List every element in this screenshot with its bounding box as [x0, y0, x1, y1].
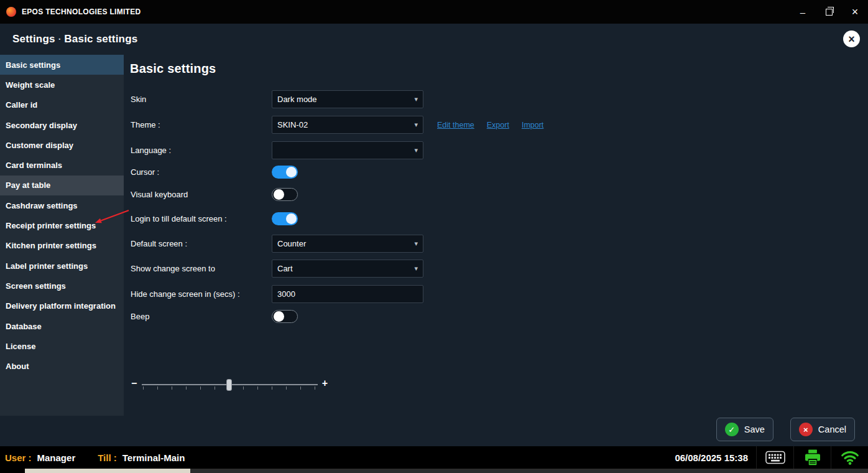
breadcrumb-settings: Settings — [12, 33, 55, 45]
field-row-hide-change-screen: Hide change screen in (secs) : — [131, 285, 423, 303]
visual-keyboard-label: Visual keyboard — [131, 190, 272, 199]
sidebar-item-database[interactable]: Database — [0, 316, 124, 336]
background-window-dark — [0, 469, 25, 473]
status-left: User : Manager Till : Terminal-Main — [0, 452, 185, 463]
keyboard-icon — [765, 451, 785, 464]
default-screen-select[interactable]: Counter ▾ — [272, 235, 423, 253]
minimize-icon: – — [800, 7, 805, 17]
chevron-down-icon: ▾ — [414, 121, 418, 129]
field-row-show-change-screen: Show change screen to Cart ▾ — [131, 260, 423, 278]
save-button[interactable]: ✓ Save — [716, 418, 773, 441]
chevron-down-icon: ▾ — [414, 265, 418, 273]
skin-select[interactable]: Dark mode ▾ — [272, 90, 423, 108]
default-screen-label: Default screen : — [131, 239, 272, 248]
language-label: Language : — [131, 146, 272, 155]
cancel-button-label: Cancel — [818, 424, 846, 434]
slider-plus-button[interactable]: + — [322, 378, 328, 389]
slider-handle[interactable] — [226, 379, 232, 391]
sidebar-item-about[interactable]: About — [0, 356, 124, 376]
hide-change-screen-input[interactable] — [272, 285, 423, 303]
sidebar-item-customer-display[interactable]: Customer display — [0, 135, 124, 155]
printer-status-button[interactable] — [793, 446, 831, 469]
chevron-down-icon: ▾ — [414, 240, 418, 248]
field-row-skin: Skin Dark mode ▾ — [131, 90, 423, 108]
theme-select-value: SKIN-02 — [277, 120, 308, 129]
cursor-toggle[interactable] — [272, 166, 298, 179]
toggle-knob — [274, 189, 284, 200]
sidebar-item-license[interactable]: License — [0, 336, 124, 356]
field-row-visual-keyboard: Visual keyboard — [131, 188, 298, 201]
login-default-screen-toggle[interactable] — [272, 212, 298, 225]
user-label: User : — [5, 452, 32, 463]
sidebar-item-weight-scale[interactable]: Weight scale — [0, 75, 124, 95]
field-row-language: Language : ▾ — [131, 141, 423, 159]
sidebar-item-label-printer-settings[interactable]: Label printer settings — [0, 256, 124, 276]
sidebar-item-basic-settings[interactable]: Basic settings — [0, 55, 124, 75]
beep-toggle[interactable] — [272, 310, 298, 323]
keyboard-button[interactable] — [756, 446, 793, 469]
sidebar-item-caller-id[interactable]: Caller id — [0, 95, 124, 115]
app-logo-icon — [6, 7, 16, 17]
zoom-slider: − + — [131, 377, 328, 393]
toggle-knob — [286, 213, 297, 224]
action-buttons: ✓ Save × Cancel — [716, 418, 855, 441]
page-header: Settings · Basic settings × — [0, 24, 868, 55]
slider-minus-button[interactable]: − — [131, 378, 137, 389]
chevron-down-icon: ▾ — [414, 146, 418, 154]
save-button-label: Save — [744, 424, 765, 434]
header-close-button[interactable]: × — [843, 30, 860, 47]
edit-theme-link[interactable]: Edit theme — [437, 121, 474, 129]
sidebar-item-delivery-platform-integration[interactable]: Delivery platform integration — [0, 296, 124, 316]
status-bar: User : Manager Till : Terminal-Main 06/0… — [0, 446, 868, 469]
beep-label: Beep — [131, 312, 272, 321]
cancel-button[interactable]: × Cancel — [790, 418, 855, 441]
field-row-default-screen: Default screen : Counter ▾ — [131, 235, 423, 253]
till-value: Terminal-Main — [122, 452, 185, 463]
header-close-icon: × — [848, 34, 855, 45]
export-link[interactable]: Export — [487, 121, 509, 129]
theme-links: Edit theme Export Import — [437, 121, 543, 129]
status-right: 06/08/2025 15:38 — [675, 446, 868, 469]
sidebar-item-receipt-printer-settings[interactable]: Receipt printer settings — [0, 215, 124, 235]
skin-select-value: Dark mode — [277, 95, 317, 104]
minimize-button[interactable]: – — [790, 0, 816, 24]
field-row-cursor: Cursor : — [131, 166, 298, 179]
restore-icon — [826, 9, 833, 16]
show-change-screen-select-value: Cart — [277, 264, 293, 273]
till-label: Till : — [98, 452, 117, 463]
window-controls: – × — [790, 0, 868, 24]
field-row-login-default-screen: Login to till default screen : — [131, 212, 298, 225]
restore-button[interactable] — [816, 0, 842, 24]
hide-change-screen-label: Hide change screen in (secs) : — [131, 289, 272, 299]
close-button[interactable]: × — [842, 0, 868, 24]
sidebar-item-secondary-display[interactable]: Secondary display — [0, 115, 124, 135]
toggle-knob — [286, 167, 297, 177]
breadcrumb-basic-settings: Basic settings — [64, 33, 137, 45]
wifi-icon — [840, 449, 860, 466]
printer-icon — [803, 448, 822, 467]
show-change-screen-select[interactable]: Cart ▾ — [272, 260, 423, 278]
close-icon: × — [852, 6, 859, 19]
chevron-down-icon: ▾ — [414, 95, 418, 103]
field-row-beep: Beep — [131, 310, 298, 323]
sidebar-item-pay-at-table[interactable]: Pay at table — [0, 176, 124, 195]
wifi-status-button[interactable] — [831, 446, 868, 469]
toggle-knob — [274, 311, 284, 322]
import-link[interactable]: Import — [522, 121, 543, 129]
field-row-theme: Theme : SKIN-02 ▾ Edit theme Export Impo… — [131, 116, 543, 134]
cursor-label: Cursor : — [131, 167, 272, 177]
user-value: Manager — [37, 452, 76, 463]
visual-keyboard-toggle[interactable] — [272, 188, 298, 201]
language-select[interactable]: ▾ — [272, 141, 423, 159]
sidebar-item-screen-settings[interactable]: Screen settings — [0, 276, 124, 296]
theme-label: Theme : — [131, 120, 272, 129]
sidebar-item-cashdraw-settings[interactable]: Cashdraw settings — [0, 195, 124, 215]
default-screen-select-value: Counter — [277, 239, 306, 248]
theme-select[interactable]: SKIN-02 ▾ — [272, 116, 423, 134]
page-title: Basic settings — [130, 62, 216, 76]
sidebar-item-card-terminals[interactable]: Card terminals — [0, 155, 124, 175]
datetime: 06/08/2025 15:38 — [675, 452, 756, 463]
background-window-light — [25, 469, 190, 473]
slider-track[interactable] — [142, 377, 318, 393]
sidebar-item-kitchen-printer-settings[interactable]: Kitchen printer settings — [0, 236, 124, 256]
